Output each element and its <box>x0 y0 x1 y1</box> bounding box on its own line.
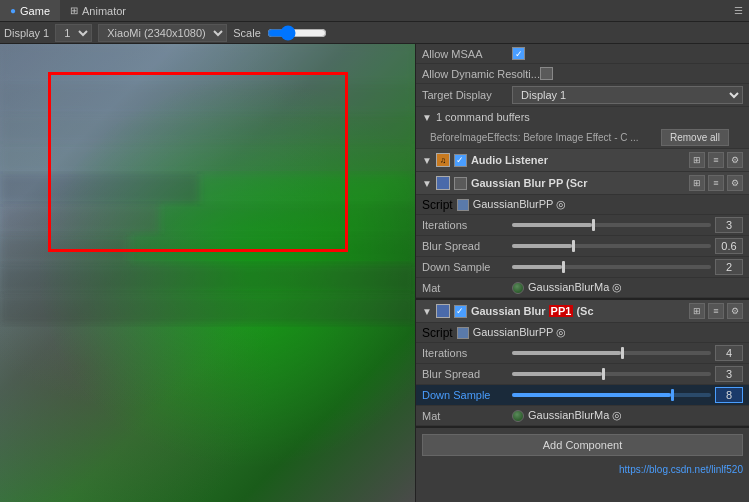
svg-rect-6 <box>200 174 415 204</box>
gaussian2-title: Gaussian Blur PP1 (Sc <box>471 305 685 317</box>
allow-msaa-label: Allow MSAA <box>422 48 512 60</box>
gaussian1-downsample-label: Down Sample <box>422 261 512 273</box>
gaussian2-icon-btn2[interactable]: ≡ <box>708 303 724 319</box>
gaussian1-blur-row: Blur Spread 0.6 <box>416 236 749 257</box>
gaussian2-section: ▼ ✓ Gaussian Blur PP1 (Sc ⊞ ≡ ⚙ Script G… <box>416 300 749 428</box>
gaussian1-mat-row: Mat GaussianBlurMa ◎ <box>416 278 749 298</box>
allow-msaa-checkbox[interactable]: ✓ <box>512 47 525 60</box>
allow-dynamic-label: Allow Dynamic Resolti... <box>422 68 540 80</box>
tab-animator[interactable]: ⊞ Animator <box>60 0 136 21</box>
gaussian2-downsample-slider[interactable] <box>512 393 711 397</box>
audio-section-icons: ⊞ ≡ ⚙ <box>689 152 743 168</box>
target-display-select[interactable]: Display 1 <box>512 86 743 104</box>
command-buffers-section: ▼ 1 command buffers BeforeImageEffects: … <box>416 107 749 149</box>
allow-dynamic-row: Allow Dynamic Resolti... <box>416 64 749 84</box>
gaussian2-script-icon <box>457 327 469 339</box>
svg-rect-5 <box>0 174 200 204</box>
audio-icon-btn1[interactable]: ⊞ <box>689 152 705 168</box>
gaussian2-blur-label: Blur Spread <box>422 368 512 380</box>
gaussian1-iterations-label: Iterations <box>422 219 512 231</box>
gaussian2-blur-slider[interactable] <box>512 372 711 376</box>
gaussian1-iterations-slider[interactable] <box>512 223 711 227</box>
gaussian1-icon-btn1[interactable]: ⊞ <box>689 175 705 191</box>
resolution-select[interactable]: XiaoMi (2340x1080) <box>98 24 227 42</box>
gaussian1-script-value: GaussianBlurPP ◎ <box>473 198 743 211</box>
gaussian2-iterations-row: Iterations 4 <box>416 343 749 364</box>
bottom-link[interactable]: https://blog.csdn.net/linlf520 <box>416 462 749 477</box>
gaussian1-icon-btn3[interactable]: ⚙ <box>727 175 743 191</box>
gaussian1-script-row: Script GaussianBlurPP ◎ <box>416 195 749 215</box>
animator-icon: ⊞ <box>70 5 78 16</box>
tab-menu-icon[interactable]: ☰ <box>728 5 749 16</box>
svg-rect-4 <box>0 144 415 174</box>
audio-icon: ♫ <box>436 153 450 167</box>
cmd-triangle-icon[interactable]: ▼ <box>422 112 432 123</box>
audio-checkbox[interactable]: ✓ <box>454 154 467 167</box>
gaussian1-blur-slider[interactable] <box>512 244 711 248</box>
gaussian2-header: ▼ ✓ Gaussian Blur PP1 (Sc ⊞ ≡ ⚙ <box>416 300 749 323</box>
svg-rect-3 <box>0 114 415 144</box>
gaussian1-downsample-value: 2 <box>715 259 743 275</box>
gaussian2-mat-row: Mat GaussianBlurMa ◎ <box>416 406 749 426</box>
inspector-panel: Allow MSAA ✓ Allow Dynamic Resolti... Ta… <box>415 44 749 502</box>
allow-dynamic-checkbox[interactable] <box>540 67 553 80</box>
gaussian1-downsample-slider-container: 2 <box>512 259 743 275</box>
game-tab-icon: ● <box>10 5 16 16</box>
tab-bar: ● Game ⊞ Animator ☰ <box>0 0 749 22</box>
display-label: Display 1 <box>4 27 49 39</box>
gaussian1-triangle-icon[interactable]: ▼ <box>422 178 432 189</box>
gaussian2-mat-icon <box>512 410 524 422</box>
audio-triangle-icon[interactable]: ▼ <box>422 155 432 166</box>
gaussian2-iterations-label: Iterations <box>422 347 512 359</box>
audio-icon-btn3[interactable]: ⚙ <box>727 152 743 168</box>
allow-msaa-row: Allow MSAA ✓ <box>416 44 749 64</box>
gaussian2-blur-value: 3 <box>715 366 743 382</box>
gaussian1-downsample-slider[interactable] <box>512 265 711 269</box>
display-select[interactable]: 1 2 <box>55 24 92 42</box>
svg-rect-12 <box>0 294 415 324</box>
gaussian2-obj-icon <box>436 304 450 318</box>
gaussian1-title: Gaussian Blur PP (Scr <box>471 177 685 189</box>
gaussian1-section-icons: ⊞ ≡ ⚙ <box>689 175 743 191</box>
gaussian2-mat-label: Mat <box>422 410 512 422</box>
gaussian1-blur-slider-container: 0.6 <box>512 238 743 254</box>
add-component-button[interactable]: Add Component <box>422 434 743 456</box>
gaussian1-script-icon <box>457 199 469 211</box>
audio-listener-row: ▼ ♫ ✓ Audio Listener ⊞ ≡ ⚙ <box>416 149 749 172</box>
svg-rect-1 <box>0 44 415 84</box>
gaussian2-triangle-icon[interactable]: ▼ <box>422 306 432 317</box>
gaussian1-header: ▼ Gaussian Blur PP (Scr ⊞ ≡ ⚙ <box>416 172 749 195</box>
svg-rect-10 <box>130 234 415 264</box>
audio-icon-btn2[interactable]: ≡ <box>708 152 724 168</box>
tab-game[interactable]: ● Game <box>0 0 60 21</box>
svg-rect-8 <box>160 204 415 234</box>
gaussian1-blur-value: 0.6 <box>715 238 743 254</box>
main-content: Allow MSAA ✓ Allow Dynamic Resolti... Ta… <box>0 44 749 502</box>
gaussian2-iterations-value: 4 <box>715 345 743 361</box>
gaussian1-icon-btn2[interactable]: ≡ <box>708 175 724 191</box>
gaussian2-blur-slider-container: 3 <box>512 366 743 382</box>
gaussian1-script-label: Script <box>422 198 453 212</box>
gaussian2-downsample-label: Down Sample <box>422 389 512 401</box>
gaussian2-checkbox[interactable]: ✓ <box>454 305 467 318</box>
target-display-row: Target Display Display 1 <box>416 84 749 107</box>
remove-all-button[interactable]: Remove all <box>661 129 729 146</box>
cmd-subrow: BeforeImageEffects: Before Image Effect … <box>416 127 749 148</box>
scale-slider[interactable] <box>267 28 327 38</box>
target-display-label: Target Display <box>422 89 512 101</box>
gaussian1-mat-icon <box>512 282 524 294</box>
cmd-buffers-count: 1 command buffers <box>436 111 530 123</box>
game-canvas <box>0 44 415 502</box>
gaussian1-checkbox[interactable] <box>454 177 467 190</box>
gaussian2-iterations-slider[interactable] <box>512 351 711 355</box>
command-buffers-header: ▼ 1 command buffers <box>416 107 749 127</box>
before-image-label: BeforeImageEffects: Before Image Effect … <box>430 132 639 143</box>
game-tab-label: Game <box>20 5 50 17</box>
gaussian1-downsample-row: Down Sample 2 <box>416 257 749 278</box>
gaussian2-blur-row: Blur Spread 3 <box>416 364 749 385</box>
gaussian2-icon-btn1[interactable]: ⊞ <box>689 303 705 319</box>
animator-tab-label: Animator <box>82 5 126 17</box>
gaussian1-iterations-row: Iterations 3 <box>416 215 749 236</box>
gaussian2-icon-btn3[interactable]: ⚙ <box>727 303 743 319</box>
pp1-badge: PP1 <box>549 305 574 317</box>
